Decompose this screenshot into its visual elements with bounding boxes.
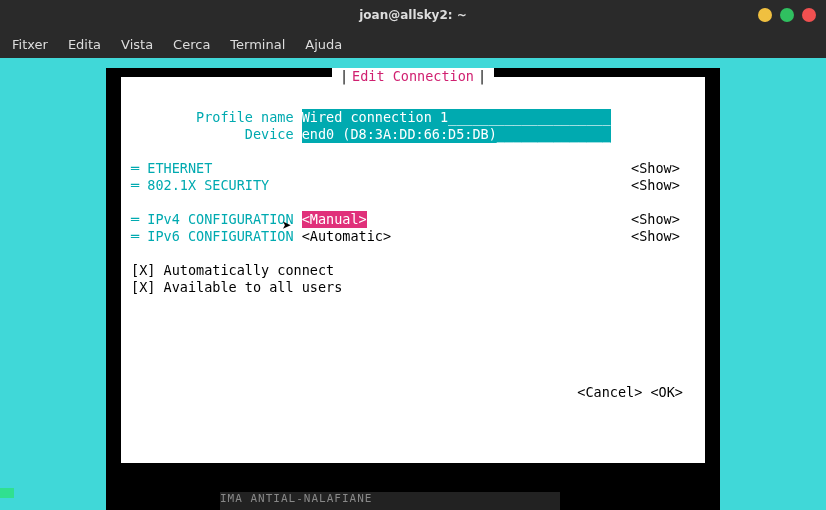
ipv6-mode-select[interactable]: <Automatic> bbox=[302, 228, 391, 245]
ipv6-show[interactable]: <Show> bbox=[631, 228, 680, 245]
close-button[interactable] bbox=[802, 8, 816, 22]
menu-vista[interactable]: Vista bbox=[121, 37, 153, 52]
maximize-button[interactable] bbox=[780, 8, 794, 22]
security-show[interactable]: <Show> bbox=[631, 177, 680, 194]
ethernet-show[interactable]: <Show> bbox=[631, 160, 680, 177]
menu-ajuda[interactable]: Ajuda bbox=[305, 37, 342, 52]
auto-connect-checkbox[interactable]: [X] Automatically connect bbox=[131, 262, 334, 279]
terminal-area: Edit Connection Profile name Wired conne… bbox=[0, 58, 826, 510]
window-title: joan@allsky2: ~ bbox=[359, 8, 467, 22]
ipv4-section[interactable]: ═ IPv4 CONFIGURATION bbox=[131, 211, 302, 228]
profile-name-label: Profile name bbox=[131, 109, 302, 126]
menu-edita[interactable]: Edita bbox=[68, 37, 101, 52]
menu-terminal[interactable]: Terminal bbox=[230, 37, 285, 52]
window-controls bbox=[758, 8, 816, 22]
dialog-title: Edit Connection bbox=[332, 68, 494, 85]
device-input[interactable]: end0 (D8:3A:DD:66:D5:DB)______________ bbox=[302, 126, 611, 143]
profile-name-input[interactable]: Wired connection 1____________________ bbox=[302, 109, 611, 126]
cancel-button[interactable]: <Cancel> bbox=[577, 384, 642, 400]
security-section[interactable]: ═ 802.1X SECURITY bbox=[131, 177, 269, 194]
menu-bar: Fitxer Edita Vista Cerca Terminal Ajuda bbox=[0, 30, 826, 58]
ok-button[interactable]: <OK> bbox=[650, 384, 683, 400]
window-titlebar: joan@allsky2: ~ bbox=[0, 0, 826, 30]
device-label: Device bbox=[131, 126, 302, 143]
ipv4-mode-select[interactable]: <Manual> bbox=[302, 211, 367, 228]
menu-fitxer[interactable]: Fitxer bbox=[12, 37, 48, 52]
background-noise: IMA ANTIAL-NALAFIANE bbox=[220, 492, 560, 510]
minimize-button[interactable] bbox=[758, 8, 772, 22]
ipv4-show[interactable]: <Show> bbox=[631, 211, 680, 228]
ipv6-section[interactable]: ═ IPv6 CONFIGURATION bbox=[131, 228, 302, 245]
menu-cerca[interactable]: Cerca bbox=[173, 37, 210, 52]
ethernet-section[interactable]: ═ ETHERNET bbox=[131, 160, 212, 177]
edit-connection-dialog: Edit Connection Profile name Wired conne… bbox=[120, 76, 706, 464]
accent-strip bbox=[0, 488, 14, 498]
all-users-checkbox[interactable]: [X] Available to all users bbox=[131, 279, 342, 296]
